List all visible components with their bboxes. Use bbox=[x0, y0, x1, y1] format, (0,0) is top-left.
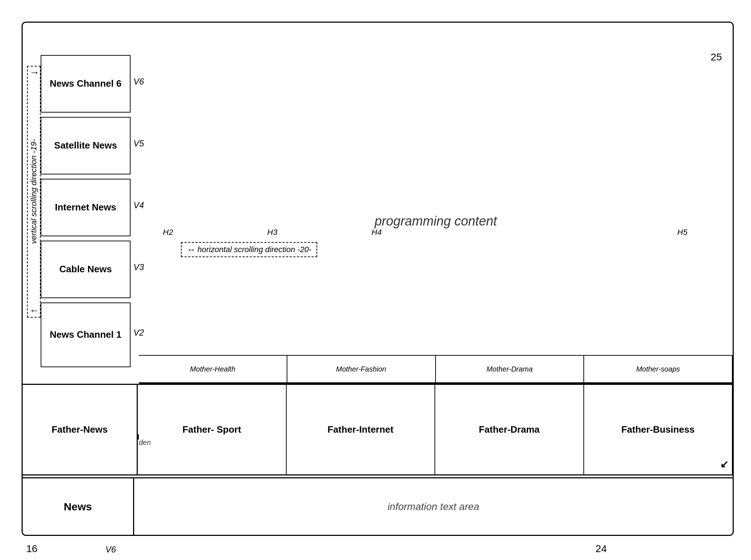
channel-v4: Internet News bbox=[41, 179, 131, 236]
info-news-label: News bbox=[23, 478, 134, 535]
vertical-scroll-label: vertical scrolling direction -19- ↑ ↓ bbox=[27, 66, 41, 318]
mother-soaps: Mother-soaps bbox=[584, 356, 733, 383]
info-text-content: information text area bbox=[134, 478, 733, 535]
mother-drama: Mother-Drama bbox=[436, 356, 584, 383]
channel-v6-top: News Channel 6 bbox=[41, 55, 131, 113]
channel-v5: Satellite News bbox=[41, 117, 131, 174]
mother-fashion: Mother-Fashion bbox=[287, 356, 436, 383]
h5-label: H5 bbox=[677, 228, 687, 237]
channel-v3: Cable News bbox=[41, 241, 131, 298]
curved-arrow: ↙ bbox=[720, 458, 728, 471]
h4-label: H4 bbox=[372, 228, 382, 237]
father-row: Father-News Father- Sport Father-Interne… bbox=[23, 384, 733, 475]
channel-v2: News Channel 1 bbox=[41, 302, 131, 367]
father-internet: Father-Internet bbox=[287, 385, 436, 474]
label-16: 16 bbox=[26, 543, 37, 555]
h3-label: H3 bbox=[267, 228, 277, 237]
info-text-area: News information text area bbox=[23, 477, 733, 535]
father-business: Father-Business ↙ bbox=[584, 385, 733, 474]
v6-bottom-label: V6 bbox=[105, 545, 116, 555]
label-24: 24 bbox=[596, 543, 607, 555]
horizontal-scroll-label: ↔ horizontal scrolling direction -20- bbox=[181, 242, 317, 257]
mother-row: Mother-Health Mother-Fashion Mother-Dram… bbox=[139, 355, 733, 384]
main-diagram: 25 vertical scrolling direction -19- ↑ ↓… bbox=[22, 22, 734, 536]
h2-label: H2 bbox=[163, 228, 173, 237]
mother-health: Mother-Health bbox=[139, 356, 287, 383]
father-news: Father-News bbox=[23, 385, 138, 474]
father-sport: Father- Sport bbox=[138, 385, 287, 474]
father-drama: Father-Drama bbox=[435, 385, 584, 474]
